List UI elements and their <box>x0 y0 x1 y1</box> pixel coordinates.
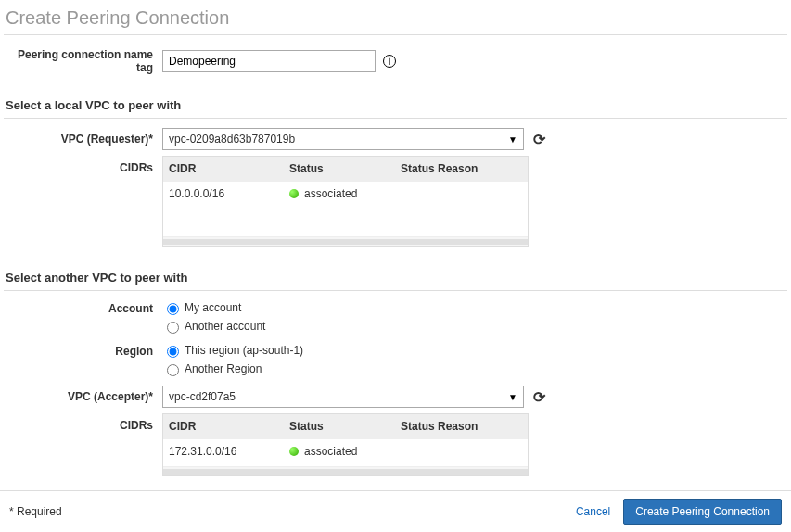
table-row: 172.31.0.0/16 associated <box>163 438 528 463</box>
requester-value: vpc-0209a8d63b787019b <box>169 133 295 146</box>
status-cell: associated <box>284 439 395 463</box>
required-note: * Required <box>9 505 62 518</box>
page-title: Create Peering Connection <box>4 0 787 35</box>
accepter-value: vpc-cd2f07a5 <box>169 390 236 403</box>
account-label: Account <box>0 300 162 315</box>
cidr-cell: 10.0.0.0/16 <box>163 182 284 206</box>
caret-down-icon: ▼ <box>508 134 517 145</box>
account-mine-radio[interactable] <box>167 303 179 315</box>
table-row: 10.0.0.0/16 associated <box>163 181 528 206</box>
cidr-cell: 172.31.0.0/16 <box>163 439 284 463</box>
accepter-label: VPC (Accepter)* <box>0 390 162 403</box>
cidrs-label-local: CIDRs <box>0 156 162 247</box>
requester-select[interactable]: vpc-0209a8d63b787019b ▼ <box>162 128 524 150</box>
refresh-icon[interactable]: ⟳ <box>533 388 545 406</box>
refresh-icon[interactable]: ⟳ <box>533 131 545 148</box>
account-another-label: Another account <box>185 320 265 333</box>
name-tag-label: Peering connection name tag <box>0 48 162 74</box>
region-this-radio[interactable] <box>167 346 179 358</box>
horizontal-scrollbar[interactable] <box>163 236 528 246</box>
cancel-button[interactable]: Cancel <box>576 505 610 518</box>
account-another-radio[interactable] <box>167 322 179 334</box>
requester-label: VPC (Requester)* <box>0 133 162 146</box>
region-another-label: Another Region <box>185 362 262 375</box>
info-icon[interactable]: i <box>383 55 396 68</box>
account-mine-label: My account <box>185 301 241 314</box>
cidr-table-other: CIDR Status Status Reason 172.31.0.0/16 … <box>162 413 529 476</box>
region-another-radio[interactable] <box>167 364 179 376</box>
status-dot-icon <box>289 189 299 198</box>
reason-cell <box>395 182 528 206</box>
col-header-reason: Status Reason <box>395 157 528 181</box>
section-other-title: Select another VPC to peer with <box>4 265 787 291</box>
accepter-select[interactable]: vpc-cd2f07a5 ▼ <box>162 386 524 408</box>
name-tag-input[interactable] <box>162 50 376 72</box>
cidrs-label-other: CIDRs <box>0 413 162 476</box>
horizontal-scrollbar[interactable] <box>163 466 528 475</box>
status-dot-icon <box>289 447 299 456</box>
region-label: Region <box>0 343 162 358</box>
caret-down-icon: ▼ <box>508 392 517 402</box>
col-header-cidr: CIDR <box>163 157 284 181</box>
col-header-cidr: CIDR <box>163 414 284 438</box>
status-cell: associated <box>284 182 395 206</box>
create-peering-button[interactable]: Create Peering Connection <box>623 499 782 525</box>
col-header-reason: Status Reason <box>395 414 528 438</box>
section-local-title: Select a local VPC to peer with <box>4 93 787 119</box>
cidr-table-local: CIDR Status Status Reason 10.0.0.0/16 as… <box>162 156 529 247</box>
reason-cell <box>395 439 528 463</box>
region-this-label: This region (ap-south-1) <box>185 344 303 357</box>
col-header-status: Status <box>284 157 395 181</box>
col-header-status: Status <box>284 414 395 438</box>
